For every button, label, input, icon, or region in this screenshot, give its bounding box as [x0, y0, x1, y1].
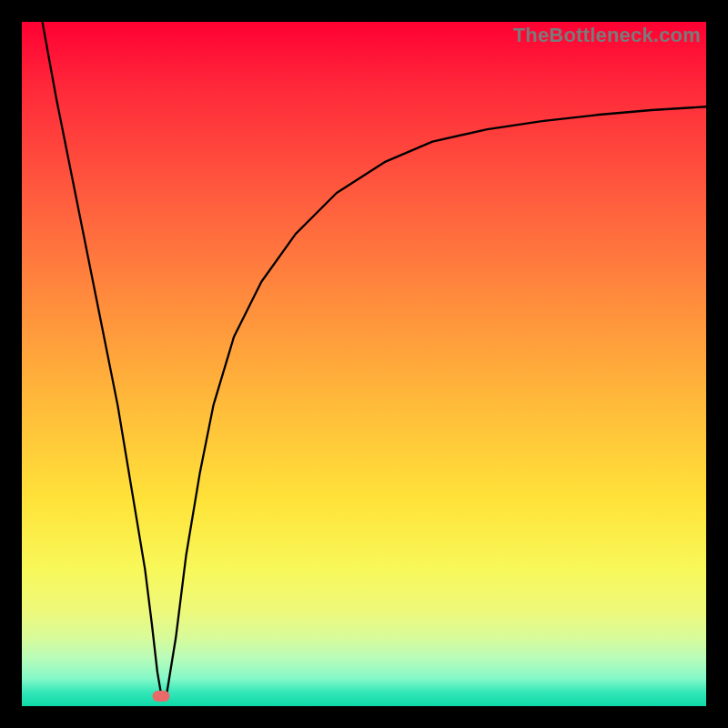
- watermark-text: TheBottleneck.com: [513, 24, 701, 47]
- chart-frame: TheBottleneck.com: [0, 0, 728, 728]
- plot-area: TheBottleneck.com: [22, 22, 706, 706]
- bottleneck-curve: [22, 22, 706, 706]
- optimal-point-marker: [153, 691, 170, 702]
